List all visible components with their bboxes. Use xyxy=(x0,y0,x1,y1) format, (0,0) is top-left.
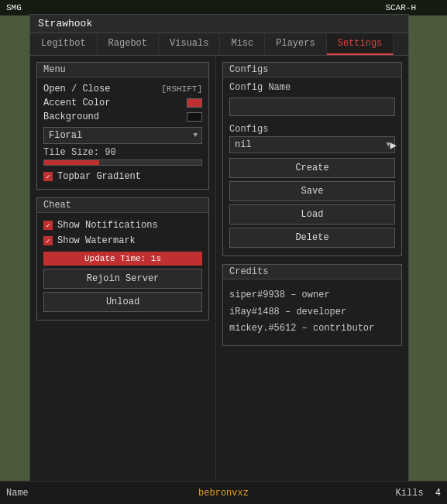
show-watermark-label: Show Watermark xyxy=(57,235,136,246)
cursor-arrow-icon: ▶ xyxy=(390,139,397,152)
config-name-label: Config Name xyxy=(229,82,395,93)
bottom-bar: Name bebronvxz Kills 4 xyxy=(0,481,447,504)
credits-section-title: Credits xyxy=(223,265,401,279)
load-button[interactable]: Load xyxy=(229,204,395,225)
bottom-user-label: bebronvxz xyxy=(151,488,296,499)
configs-section: Configs Config Name Configs nil ▶ Create… xyxy=(222,62,402,256)
credits-text: siper#9938 – owner iRay#1488 – developer… xyxy=(229,284,395,341)
bottom-kills-label: Kills 4 xyxy=(296,488,441,499)
tile-size-label: Tile Size: 90 xyxy=(43,147,202,158)
background-label: Background xyxy=(43,111,99,122)
topbar-gradient-checkbox[interactable] xyxy=(43,172,53,181)
cheat-section-content: Show Notifications Show Watermark Update… xyxy=(37,213,208,320)
right-panel: Configs Config Name Configs nil ▶ Create… xyxy=(216,56,408,482)
show-notifications-label: Show Notifications xyxy=(57,220,158,231)
background-row: Background xyxy=(43,110,202,124)
bottom-kills-value: 4 xyxy=(435,488,441,499)
main-window: Strawhook Legitbot Ragebot Visuals Misc … xyxy=(29,14,409,486)
tab-players[interactable]: Players xyxy=(265,33,326,55)
left-panel: Menu Open / Close [RSHIFT] Accent Color … xyxy=(30,56,216,482)
configs-section-content: Config Name Configs nil ▶ Create Save Lo… xyxy=(223,77,401,255)
tab-legitbot[interactable]: Legitbot xyxy=(30,33,98,55)
tab-bar: Legitbot Ragebot Visuals Misc Players Se… xyxy=(30,33,408,56)
save-button[interactable]: Save xyxy=(229,181,395,201)
cheat-section: Cheat Show Notifications Show Watermark … xyxy=(36,197,209,321)
tile-size-row: Tile Size: 90 xyxy=(43,147,202,166)
window-title: Strawhook xyxy=(38,18,92,29)
menu-section-title: Menu xyxy=(37,63,208,77)
tab-misc[interactable]: Misc xyxy=(220,33,265,55)
tab-settings[interactable]: Settings xyxy=(327,33,394,55)
background-dropdown-row: Floral None Custom xyxy=(43,127,202,144)
accent-color-row: Accent Color xyxy=(43,96,202,110)
create-button[interactable]: Create xyxy=(229,158,395,178)
cheat-section-title: Cheat xyxy=(37,198,208,213)
hud-weapon-right: SCAR-H xyxy=(385,3,416,12)
tab-ragebot[interactable]: Ragebot xyxy=(98,33,159,55)
background-swatch[interactable] xyxy=(187,112,202,122)
delete-button[interactable]: Delete xyxy=(229,228,395,248)
accent-color-swatch[interactable] xyxy=(187,98,202,108)
accent-color-label: Accent Color xyxy=(43,98,110,108)
open-close-row: Open / Close [RSHIFT] xyxy=(43,82,202,96)
open-close-label: Open / Close xyxy=(43,84,110,94)
show-watermark-checkbox[interactable] xyxy=(43,236,53,245)
unload-button[interactable]: Unload xyxy=(43,292,202,312)
configs-section-title: Configs xyxy=(223,63,401,77)
topbar-gradient-label: Topbar Gradient xyxy=(57,171,141,182)
configs-dropdown[interactable]: nil xyxy=(229,136,395,153)
menu-section-content: Open / Close [RSHIFT] Accent Color Backg… xyxy=(37,77,208,189)
tab-visuals[interactable]: Visuals xyxy=(159,33,220,55)
topbar-gradient-row: Topbar Gradient xyxy=(43,169,202,184)
show-notifications-checkbox[interactable] xyxy=(43,221,53,230)
show-watermark-row: Show Watermark xyxy=(43,233,202,249)
tile-size-slider[interactable] xyxy=(43,159,202,166)
open-close-key: [RSHIFT] xyxy=(161,84,202,94)
configs-label: Configs xyxy=(229,124,395,135)
hud-weapon-left: SMG xyxy=(6,3,22,12)
rejoin-server-button[interactable]: Rejoin Server xyxy=(43,269,202,289)
title-bar: Strawhook xyxy=(30,15,408,33)
config-name-input[interactable] xyxy=(229,98,395,116)
credits-line2: iRay#1488 – developer xyxy=(229,304,395,321)
background-dropdown-wrapper: Floral None Custom xyxy=(43,127,202,144)
credits-section-content: siper#9938 – owner iRay#1488 – developer… xyxy=(223,279,401,345)
credits-line1: siper#9938 – owner xyxy=(229,287,395,304)
credits-line3: mickey.#5612 – contributor xyxy=(229,321,395,338)
background-dropdown[interactable]: Floral None Custom xyxy=(43,127,202,144)
configs-dropdown-wrapper: nil ▶ xyxy=(229,136,395,153)
top-hud: SMG SCAR-H xyxy=(0,0,447,15)
bottom-name-label: Name xyxy=(6,488,151,499)
tile-size-fill xyxy=(44,160,99,165)
show-notifications-row: Show Notifications xyxy=(43,218,202,233)
menu-section: Menu Open / Close [RSHIFT] Accent Color … xyxy=(36,62,209,190)
credits-section: Credits siper#9938 – owner iRay#1488 – d… xyxy=(222,264,402,346)
update-time-bar[interactable]: Update Time: 1s xyxy=(43,252,202,266)
settings-content: Menu Open / Close [RSHIFT] Accent Color … xyxy=(30,56,408,482)
